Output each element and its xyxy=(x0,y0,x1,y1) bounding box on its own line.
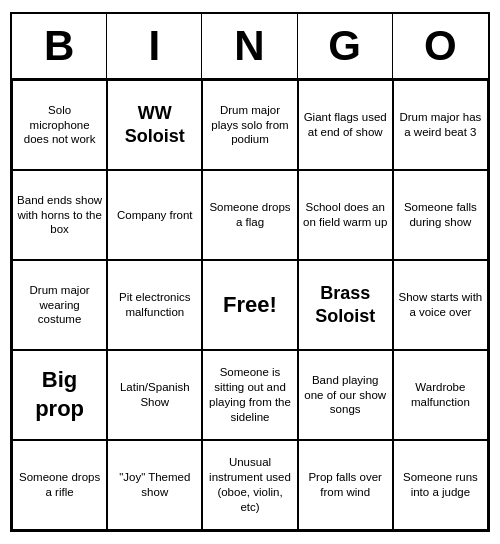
bingo-cell-10: Drum major wearing costume xyxy=(12,260,107,350)
bingo-cell-21: "Joy" Themed show xyxy=(107,440,202,530)
bingo-cell-4: Drum major has a weird beat 3 xyxy=(393,80,488,170)
bingo-cell-8: School does an on field warm up xyxy=(298,170,393,260)
bingo-grid: Solo microphone does not workWW SoloistD… xyxy=(12,80,488,530)
bingo-letter-g: G xyxy=(298,14,393,78)
bingo-cell-7: Someone drops a flag xyxy=(202,170,297,260)
bingo-cell-11: Pit electronics malfunction xyxy=(107,260,202,350)
bingo-cell-6: Company front xyxy=(107,170,202,260)
bingo-cell-2: Drum major plays solo from podium xyxy=(202,80,297,170)
bingo-cell-13: Brass Soloist xyxy=(298,260,393,350)
bingo-cell-24: Someone runs into a judge xyxy=(393,440,488,530)
bingo-cell-5: Band ends show with horns to the box xyxy=(12,170,107,260)
bingo-cell-15: Big prop xyxy=(12,350,107,440)
bingo-cell-17: Someone is sitting out and playing from … xyxy=(202,350,297,440)
bingo-cell-1: WW Soloist xyxy=(107,80,202,170)
bingo-card: BINGO Solo microphone does not workWW So… xyxy=(10,12,490,532)
bingo-cell-9: Someone falls during show xyxy=(393,170,488,260)
bingo-letter-o: O xyxy=(393,14,488,78)
bingo-cell-0: Solo microphone does not work xyxy=(12,80,107,170)
bingo-header: BINGO xyxy=(12,14,488,80)
bingo-letter-b: B xyxy=(12,14,107,78)
bingo-cell-22: Unusual instrument used (oboe, violin, e… xyxy=(202,440,297,530)
bingo-letter-n: N xyxy=(202,14,297,78)
bingo-cell-16: Latin/Spanish Show xyxy=(107,350,202,440)
bingo-letter-i: I xyxy=(107,14,202,78)
bingo-cell-20: Someone drops a rifle xyxy=(12,440,107,530)
bingo-cell-23: Prop falls over from wind xyxy=(298,440,393,530)
bingo-cell-3: Giant flags used at end of show xyxy=(298,80,393,170)
bingo-cell-19: Wardrobe malfunction xyxy=(393,350,488,440)
bingo-cell-18: Band playing one of our show songs xyxy=(298,350,393,440)
bingo-cell-14: Show starts with a voice over xyxy=(393,260,488,350)
bingo-cell-12: Free! xyxy=(202,260,297,350)
